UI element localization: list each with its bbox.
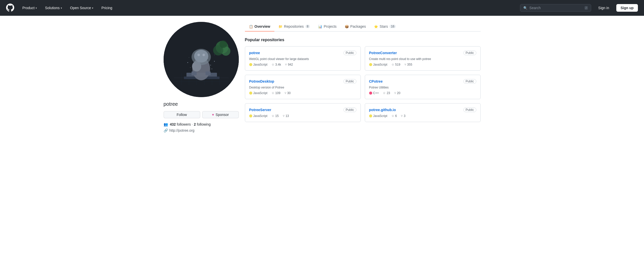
fork-icon: ⑂ (285, 91, 286, 95)
repo-description: WebGL point cloud viewer for large datas… (249, 57, 356, 61)
github-logo[interactable] (6, 4, 14, 12)
repo-card-header: potree.github.io Public (369, 108, 476, 112)
fork-icon: ⑂ (401, 114, 403, 118)
repo-language-stat: JavaScript (369, 114, 387, 118)
repo-language-label: JavaScript (253, 91, 268, 95)
star-icon: ☆ (272, 114, 274, 118)
tab-overview[interactable]: 📋 Overview (245, 22, 274, 32)
sidebar: potree Follow ♥ Sponsor 👥 432 followers … (164, 22, 239, 132)
repo-forks-count: 13 (286, 114, 289, 118)
opensource-chevron-icon: ▾ (92, 7, 93, 9)
repo-visibility-badge: Public (463, 51, 476, 55)
lang-color-dot (369, 92, 372, 95)
tab-stars[interactable]: ⭐ Stars 16 (370, 22, 400, 32)
repo-description: Desktop version of Potree (249, 86, 356, 89)
repo-name-link[interactable]: CPotree (369, 79, 383, 83)
repo-stars-stat: ☆ 3.4k (272, 63, 281, 66)
repo-stars-stat: ☆ 23 (383, 91, 390, 95)
repo-card: potree.github.io Public JavaScript ☆ 6 ⑂… (365, 103, 481, 122)
fork-icon: ⑂ (283, 114, 285, 118)
product-chevron-icon: ▾ (36, 7, 37, 9)
repo-language-stat: JavaScript (249, 91, 268, 95)
svg-rect-13 (206, 71, 211, 75)
repo-visibility-badge: Public (463, 79, 476, 84)
repo-description: Potree Utilities (369, 86, 476, 89)
repo-name-link[interactable]: potree.github.io (369, 108, 396, 112)
search-box[interactable]: 🔍 Search / (520, 4, 591, 12)
tab-projects[interactable]: 📊 Projects (314, 22, 341, 32)
profile-followers-stats: 👥 432 followers · 2 following (164, 122, 239, 126)
nav-solutions[interactable]: Solutions ▾ (43, 4, 64, 11)
fork-icon: ⑂ (394, 91, 396, 95)
repo-card-header: CPotree Public (369, 79, 476, 84)
profile-website-link[interactable]: 🔗 http://potree.org (164, 128, 239, 132)
search-icon: 🔍 (523, 6, 527, 10)
svg-point-18 (202, 54, 205, 56)
repo-stars-stat: ☆ 15 (272, 114, 279, 118)
repo-language-label: JavaScript (373, 63, 387, 66)
heart-icon: ♥ (212, 113, 214, 117)
svg-point-23 (187, 62, 188, 63)
repo-card-header: PotreeConverter Public (369, 51, 476, 55)
repo-card-header: PotreeDesktop Public (249, 79, 356, 84)
projects-icon: 📊 (318, 25, 322, 28)
repo-stars-count: 15 (275, 114, 279, 118)
repo-stars-count: 109 (275, 91, 280, 95)
repo-stats: JavaScript ☆ 109 ⑂ 30 (249, 91, 356, 95)
repo-language-stat: C++ (369, 91, 379, 95)
svg-point-28 (190, 67, 191, 68)
repo-stats: JavaScript ☆ 6 ⑂ 3 (369, 114, 476, 118)
repo-forks-stat: ⑂ 20 (394, 91, 400, 95)
star-icon: ☆ (391, 114, 394, 118)
repo-forks-stat: ⑂ 13 (283, 114, 289, 118)
tab-packages[interactable]: 📦 Packages (341, 22, 370, 32)
repo-card-header: PotreeServer Public (249, 108, 356, 112)
lang-color-dot (249, 92, 252, 95)
repo-forks-count: 355 (407, 63, 412, 66)
tab-repositories[interactable]: 📁 Repositories 8 (274, 22, 314, 32)
repo-name-link[interactable]: PotreeConverter (369, 51, 397, 55)
fork-icon: ⑂ (285, 63, 287, 66)
sponsor-button[interactable]: ♥ Sponsor (202, 111, 239, 118)
repo-card: potree Public WebGL point cloud viewer f… (245, 46, 361, 71)
overview-icon: 📋 (249, 25, 253, 28)
nav-product[interactable]: Product ▾ (20, 4, 39, 11)
repo-stats: JavaScript ☆ 3.4k ⑂ 942 (249, 63, 356, 66)
repo-language-stat: JavaScript (249, 114, 268, 118)
lang-color-dot (369, 114, 372, 117)
repo-language-stat: JavaScript (369, 63, 387, 66)
nav-opensource[interactable]: Open Source ▾ (68, 4, 96, 11)
repo-name-link[interactable]: PotreeServer (249, 108, 271, 112)
repo-stats: JavaScript ☆ 15 ⑂ 13 (249, 114, 356, 118)
signin-button[interactable]: Sign in (595, 4, 612, 11)
repo-stars-stat: ☆ 519 (391, 63, 400, 66)
repo-name-link[interactable]: PotreeDesktop (249, 79, 274, 83)
svg-point-17 (197, 54, 200, 56)
repo-card: CPotree Public Potree Utilities C++ ☆ 23… (365, 75, 481, 99)
repo-language-label: JavaScript (253, 114, 268, 118)
nav-pricing[interactable]: Pricing (99, 4, 114, 11)
repo-card: PotreeServer Public JavaScript ☆ 15 ⑂ 13 (245, 103, 361, 122)
main-content: 📋 Overview 📁 Repositories 8 📊 Projects 📦… (245, 22, 481, 132)
repo-description: Create multi res point cloud to use with… (369, 57, 476, 61)
repo-name-link[interactable]: potree (249, 51, 260, 55)
search-shortcut-kbd: / (585, 6, 588, 10)
repo-stars-count: 519 (395, 63, 400, 66)
main-container: potree Follow ♥ Sponsor 👥 432 followers … (160, 16, 485, 139)
repo-forks-count: 20 (397, 91, 400, 95)
repositories-icon: 📁 (278, 25, 282, 28)
signup-button[interactable]: Sign up (616, 4, 638, 12)
repo-card: PotreeDesktop Public Desktop version of … (245, 75, 361, 99)
svg-point-29 (211, 69, 212, 69)
repo-visibility-badge: Public (343, 108, 356, 112)
repo-stats: JavaScript ☆ 519 ⑂ 355 (369, 63, 476, 66)
star-icon: ☆ (391, 63, 394, 66)
repo-stars-stat: ☆ 6 (391, 114, 397, 118)
repo-stars-count: 3.4k (275, 63, 281, 66)
followers-icon: 👥 (164, 122, 168, 126)
star-icon: ☆ (272, 63, 274, 66)
follow-button[interactable]: Follow (164, 111, 200, 118)
repos-grid: potree Public WebGL point cloud viewer f… (245, 46, 481, 122)
repo-visibility-badge: Public (343, 51, 356, 55)
svg-point-27 (210, 65, 211, 66)
